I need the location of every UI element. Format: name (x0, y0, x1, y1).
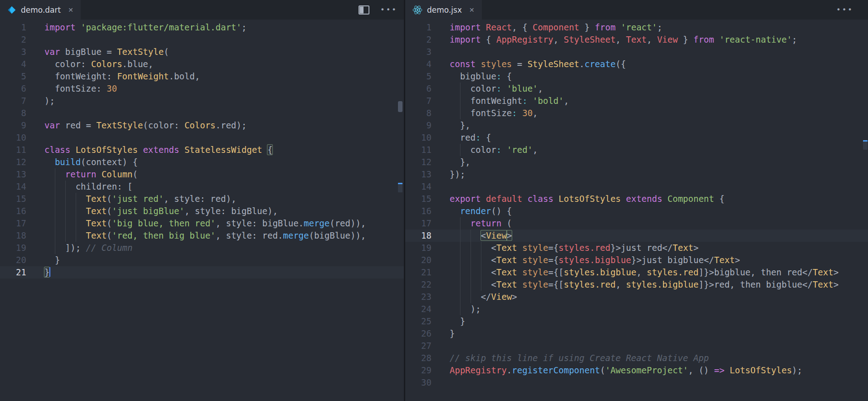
code-line[interactable]: 4const styles = StyleSheet.create({ (405, 58, 868, 70)
code-line[interactable]: 16 render() { (405, 205, 868, 217)
split-editor-icon[interactable] (359, 5, 369, 15)
code-line[interactable]: 26} (405, 328, 868, 340)
line-number[interactable]: 23 (405, 291, 432, 303)
code-line[interactable]: 21} (0, 266, 404, 279)
line-number[interactable]: 3 (405, 46, 432, 58)
code-line[interactable]: 14 (405, 181, 868, 193)
line-number[interactable]: 14 (0, 181, 26, 193)
code-line[interactable]: 18 <View> (405, 230, 868, 242)
code-line[interactable]: 24 ); (405, 303, 868, 315)
code-line[interactable]: 5 bigblue: { (405, 70, 868, 83)
code-line[interactable]: 7 fontWeight: 'bold', (405, 95, 868, 107)
line-number[interactable]: 16 (0, 205, 26, 217)
editor-jsx[interactable]: 1import React, { Component } from 'react… (405, 20, 868, 401)
line-number[interactable]: 18 (0, 230, 26, 242)
line-number[interactable]: 19 (405, 242, 432, 254)
line-number[interactable]: 1 (0, 21, 26, 34)
code-line[interactable]: 3 (405, 46, 868, 58)
line-number[interactable]: 21 (405, 266, 432, 279)
code-line[interactable]: 25 } (405, 315, 868, 328)
code-line[interactable]: 9var red = TextStyle(color: Colors.red); (0, 119, 404, 132)
line-number[interactable]: 13 (405, 168, 432, 181)
line-number[interactable]: 12 (0, 156, 26, 168)
line-number[interactable]: 17 (405, 217, 432, 230)
line-number[interactable]: 10 (405, 132, 432, 144)
line-number[interactable]: 5 (0, 70, 26, 83)
tab-demo-dart[interactable]: demo.dart ✕ (0, 0, 81, 20)
code-line[interactable]: 13}); (405, 168, 868, 181)
line-number[interactable]: 4 (405, 58, 432, 70)
code-line[interactable]: 27 (405, 340, 868, 352)
code-line[interactable]: 13 return Column( (0, 168, 404, 181)
code-line[interactable]: 20 } (0, 254, 404, 266)
line-number[interactable]: 28 (405, 352, 432, 364)
line-number[interactable]: 29 (405, 364, 432, 377)
line-number[interactable]: 15 (0, 193, 26, 205)
code-line[interactable]: 6 color: 'blue', (405, 83, 868, 95)
code-line[interactable]: 23 </View> (405, 291, 868, 303)
code-line[interactable]: 18 Text('red, then big blue', style: red… (0, 230, 404, 242)
line-number[interactable]: 30 (405, 377, 432, 389)
code-line[interactable]: 17 Text('big blue, then red', style: big… (0, 217, 404, 230)
code-line[interactable]: 12 build(context) { (0, 156, 404, 168)
code-line[interactable]: 29AppRegistry.registerComponent('Awesome… (405, 364, 868, 377)
code-line[interactable]: 9 }, (405, 119, 868, 132)
code-line[interactable]: 22 <Text style={[styles.red, styles.bigb… (405, 279, 868, 291)
code-line[interactable]: 16 Text('just bigBlue', style: bigBlue), (0, 205, 404, 217)
code-line[interactable]: 1import React, { Component } from 'react… (405, 21, 868, 34)
line-number[interactable]: 6 (0, 83, 26, 95)
line-number[interactable]: 27 (405, 340, 432, 352)
line-number[interactable]: 3 (0, 46, 26, 58)
code-line[interactable]: 15 Text('just red', style: red), (0, 193, 404, 205)
line-number[interactable]: 9 (405, 119, 432, 132)
line-number[interactable]: 2 (0, 34, 26, 46)
line-number[interactable]: 4 (0, 58, 26, 70)
code-line[interactable]: 4 color: Colors.blue, (0, 58, 404, 70)
line-number[interactable]: 10 (0, 132, 26, 144)
line-number[interactable]: 25 (405, 315, 432, 328)
line-number[interactable]: 13 (0, 168, 26, 181)
code-line[interactable]: 6 fontSize: 30 (0, 83, 404, 95)
line-number[interactable]: 15 (405, 193, 432, 205)
code-line[interactable]: 28// skip this line if using Create Reac… (405, 352, 868, 364)
more-icon[interactable]: ••• (836, 6, 853, 14)
line-number[interactable]: 22 (405, 279, 432, 291)
scrollbar-right[interactable] (862, 20, 868, 401)
line-number[interactable]: 7 (405, 95, 432, 107)
line-number[interactable]: 11 (405, 144, 432, 156)
line-number[interactable]: 20 (0, 254, 26, 266)
more-icon[interactable]: ••• (380, 6, 398, 14)
code-line[interactable]: 17 return ( (405, 217, 868, 230)
code-line[interactable]: 11class LotsOfStyles extends StatelessWi… (0, 144, 404, 156)
line-number[interactable]: 26 (405, 328, 432, 340)
line-number[interactable]: 6 (405, 83, 432, 95)
line-number[interactable]: 5 (405, 70, 432, 83)
code-line[interactable]: 11 color: 'red', (405, 144, 868, 156)
line-number[interactable]: 20 (405, 254, 432, 266)
editor-dart[interactable]: 1import 'package:flutter/material.dart';… (0, 20, 404, 401)
code-line[interactable]: 1import 'package:flutter/material.dart'; (0, 21, 404, 34)
line-number[interactable]: 7 (0, 95, 26, 107)
code-line[interactable]: 10 (0, 132, 404, 144)
close-icon[interactable]: ✕ (469, 6, 475, 14)
line-number[interactable]: 8 (405, 107, 432, 119)
code-line[interactable]: 2import { AppRegistry, StyleSheet, Text,… (405, 34, 868, 46)
scrollbar-thumb[interactable] (398, 101, 402, 112)
code-line[interactable]: 5 fontWeight: FontWeight.bold, (0, 70, 404, 83)
code-line[interactable]: 19 <Text style={styles.red}>just red</Te… (405, 242, 868, 254)
code-line[interactable]: 3var bigBlue = TextStyle( (0, 46, 404, 58)
line-number[interactable]: 14 (405, 181, 432, 193)
code-line[interactable]: 15export default class LotsOfStyles exte… (405, 193, 868, 205)
code-line[interactable]: 30 (405, 377, 868, 389)
line-number[interactable]: 2 (405, 34, 432, 46)
code-line[interactable]: 21 <Text style={[styles.bigblue, styles.… (405, 266, 868, 279)
line-number[interactable]: 12 (405, 156, 432, 168)
tab-demo-jsx[interactable]: demo.jsx ✕ (405, 0, 482, 20)
line-number[interactable]: 21 (0, 266, 26, 279)
code-line[interactable]: 12 }, (405, 156, 868, 168)
code-line[interactable]: 10 red: { (405, 132, 868, 144)
code-line[interactable]: 8 (0, 107, 404, 119)
line-number[interactable]: 1 (405, 21, 432, 34)
line-number[interactable]: 8 (0, 107, 26, 119)
line-number[interactable]: 11 (0, 144, 26, 156)
